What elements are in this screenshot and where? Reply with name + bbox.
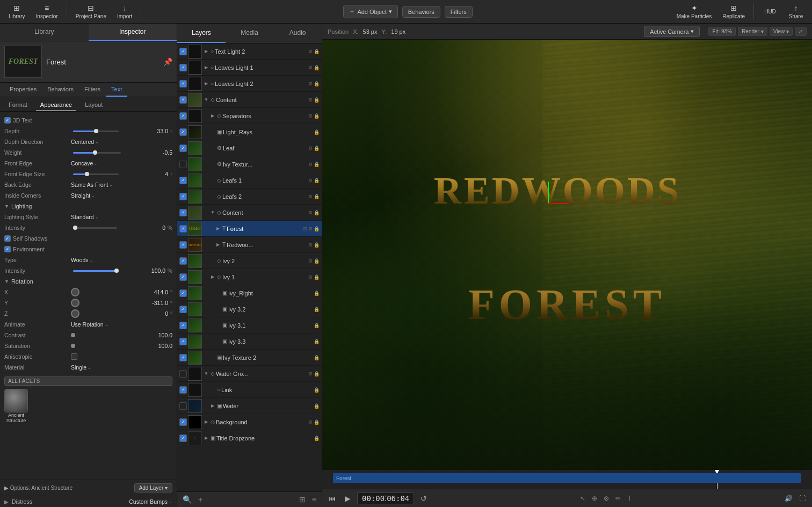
hud-btn[interactable]: HUD [758, 6, 782, 17]
tab-media[interactable]: Media [226, 24, 274, 43]
intensity-slider[interactable] [73, 227, 117, 229]
anisotropic-checkbox[interactable] [71, 353, 77, 360]
list-view-btn[interactable]: ≡ [311, 494, 317, 505]
expand-redwoods[interactable]: ▶ [215, 242, 221, 247]
loop-btn[interactable]: ↺ [418, 493, 429, 504]
layer-separators[interactable]: ✓ ▶ ◇ Separators ⚙ 🔒 [177, 108, 322, 124]
transform-tool-btn[interactable]: ⊕ [590, 494, 599, 503]
pin-btn[interactable]: 📌 [163, 57, 172, 66]
import-btn[interactable]: ↓ Import [113, 2, 136, 21]
check-ivy-right[interactable]: ✓ [179, 289, 187, 297]
type-dropdown[interactable]: Woods ⌄ [71, 257, 93, 263]
check-ivy-3-3[interactable]: ✓ [179, 338, 187, 345]
expand-leaves-light-2[interactable]: ▶ [203, 81, 209, 86]
layer-ivy-3-1[interactable]: ✓ ▶ ▣ Ivy 3.1 🔒 [177, 317, 322, 334]
inside-corners-dropdown[interactable]: Straight ⌄ [71, 192, 95, 199]
lighting-style-dropdown[interactable]: Standard ⌄ [71, 214, 99, 220]
grid-view-btn[interactable]: ⊞ [298, 494, 307, 505]
check-leafs-1[interactable]: ✓ [179, 177, 187, 184]
check-ivy-3-1[interactable]: ✓ [179, 322, 187, 329]
layer-content-mid[interactable]: ✓ ▼ ◇ Content ⚙ 🔒 [177, 205, 322, 221]
y-dial[interactable] [71, 299, 79, 307]
distress-dropdown[interactable]: Custom Bumps ⌄ [129, 498, 172, 505]
layer-leafs-2[interactable]: ✓ ▶ ◇ Leafs 2 ⚙ 🔒 [177, 189, 322, 205]
add-object-btn[interactable]: ＋ Add Object ▾ [343, 5, 397, 18]
view-btn[interactable]: View ▾ [770, 27, 793, 36]
x-position-value[interactable]: 53 px [363, 28, 378, 35]
layer-ivy-3-2[interactable]: ✓ ▶ ▣ Ivy 3.2 🔒 [177, 301, 322, 317]
check-leafs-2[interactable]: ✓ [179, 193, 187, 200]
layer-title-dropzone[interactable]: ✓ T ▶ ▣ Title Dropzone 🔒 [177, 430, 322, 446]
lighting-section[interactable]: ▼ Lighting [0, 201, 177, 212]
filters-btn[interactable]: Filters [445, 6, 473, 18]
check-water[interactable] [179, 402, 187, 410]
distress-expand[interactable]: ▶ [4, 499, 9, 505]
env-intensity-slider[interactable] [73, 270, 117, 272]
front-edge-dropdown[interactable]: Concave ⌄ [71, 160, 98, 166]
expand-content-top[interactable]: ▼ [203, 97, 209, 102]
check-content-top[interactable]: ✓ [179, 96, 187, 104]
layer-redwoods[interactable]: ✓ REDWOODS ▶ T Redwoo... ⚙ 🔒 [177, 237, 322, 253]
options-btn[interactable]: ▶ Options: Ancient Structure [4, 485, 73, 491]
render-btn[interactable]: Render ▾ [738, 27, 767, 36]
format-tab[interactable]: Format [4, 99, 32, 111]
layer-ivy-3-3[interactable]: ✓ ▶ ▣ Ivy 3.3 🔒 [177, 334, 322, 350]
rewind-btn[interactable]: ⏮ [327, 493, 338, 504]
project-pane-btn[interactable]: ⊟ Project Pane [71, 2, 111, 21]
y-position-value[interactable]: 19 px [391, 28, 405, 35]
inspector-tab[interactable]: Inspector [89, 24, 177, 41]
audio-btn[interactable]: 🔊 [782, 494, 795, 503]
pen-tool-btn[interactable]: ✏ [613, 494, 623, 503]
3d-text-checkbox[interactable]: ✓ [4, 117, 11, 124]
expand-content-mid[interactable]: ▼ [209, 210, 216, 215]
check-redwoods[interactable]: ✓ [179, 241, 187, 249]
layer-light-rays[interactable]: ✓ ▶ ▣ Light_Rays 🔒 [177, 124, 322, 140]
add-layer-toolbar-btn[interactable]: + [197, 494, 204, 505]
layer-ivy-2[interactable]: ✓ ▶ ◇ Ivy 2 ⚙ 🔒 [177, 253, 322, 269]
layer-background[interactable]: ✓ ▶ ◇ Background ⚙ 🔒 [177, 414, 322, 430]
x-dial[interactable] [71, 288, 79, 296]
check-link[interactable]: ✓ [179, 386, 187, 394]
layer-ivy-right[interactable]: ✓ ▶ ▣ Ivy_Right 🔒 [177, 285, 322, 301]
depth-slider[interactable] [73, 131, 119, 132]
material-dropdown[interactable]: Single ⌄ [71, 364, 91, 371]
canvas-area[interactable]: REDWOODS FOREST [322, 40, 812, 469]
expand-text-light-2[interactable]: ▶ [203, 49, 209, 54]
self-shadows-checkbox[interactable]: ✓ [4, 235, 11, 242]
expand-viewport-btn[interactable]: ⤢ [795, 27, 807, 36]
expand-water-group[interactable]: ▼ [203, 371, 209, 376]
library-btn[interactable]: ⊞ Library [4, 2, 30, 21]
layer-text-light-2[interactable]: ✓ ▶ ○ Text Light 2 ⚙ 🔒 [177, 44, 322, 60]
check-ivy-2[interactable]: ✓ [179, 257, 187, 265]
check-text-light-2[interactable]: ✓ [179, 48, 187, 55]
select-tool-btn[interactable]: ↖ [578, 494, 588, 503]
layout-tab[interactable]: Layout [81, 99, 107, 111]
tab-layers[interactable]: Layers [177, 24, 226, 43]
search-btn[interactable]: 🔍 [182, 494, 193, 505]
expand-background[interactable]: ▶ [203, 419, 209, 424]
make-particles-btn[interactable]: ✦ Make Particles [672, 2, 716, 21]
material-thumbnail-container[interactable]: AncientStructure [4, 389, 28, 423]
layer-leaves-light-1[interactable]: ✓ ▶ ○ Leaves Light 1 ⚙ 🔒 [177, 60, 322, 76]
layer-leaves-light-2[interactable]: ✓ ▶ ○ Leaves Light 2 ⚙ 🔒 [177, 76, 322, 92]
back-edge-dropdown[interactable]: Same As Front ⌄ [71, 182, 113, 188]
front-edge-size-slider[interactable] [73, 173, 119, 175]
check-background[interactable]: ✓ [179, 418, 187, 426]
expand-separators[interactable]: ▶ [209, 113, 216, 118]
check-separators[interactable]: ✓ [179, 112, 187, 120]
check-leaves-light-2[interactable]: ✓ [179, 80, 187, 88]
check-leaf[interactable]: ✓ [179, 144, 187, 152]
layer-forest-text[interactable]: ✓ FOREST ▶ T Forest ⊞ ⚙ 🔒 [177, 221, 322, 237]
layer-content-top[interactable]: ✓ ▼ ◇ Content ⚙ 🔒 [177, 92, 322, 108]
check-content-mid[interactable]: ✓ [179, 209, 187, 216]
weight-slider[interactable] [73, 152, 121, 154]
text-tool-btn[interactable]: T [625, 494, 633, 503]
fullscreen-btn[interactable]: ⛶ [797, 494, 808, 503]
check-leaves-light-1[interactable]: ✓ [179, 64, 187, 71]
tab-audio[interactable]: Audio [273, 24, 322, 43]
filters-tab[interactable]: Filters [79, 83, 106, 97]
library-tab[interactable]: Library [0, 24, 89, 41]
replicate-btn[interactable]: ⊞ Replicate [718, 2, 749, 21]
layer-ivy-texture-2[interactable]: ✓ ▶ ▣ Ivy Texture 2 🔒 [177, 350, 322, 366]
properties-tab[interactable]: Properties [4, 83, 42, 97]
